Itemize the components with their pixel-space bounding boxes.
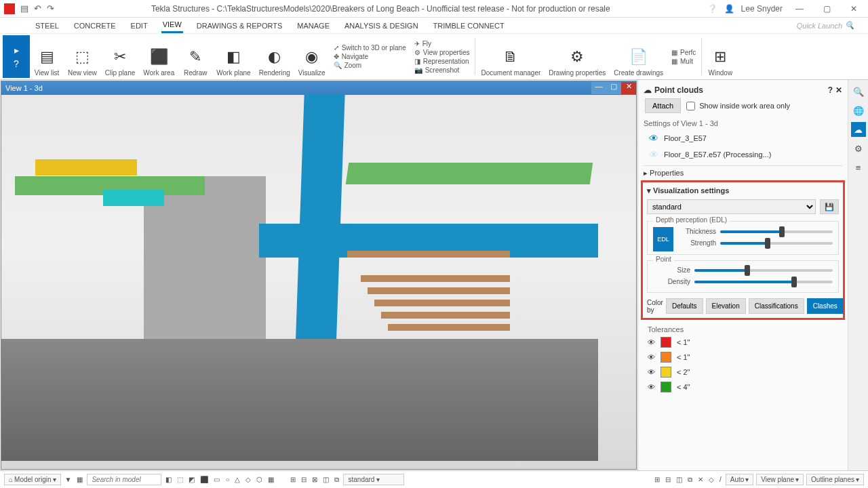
- strip-cloud-icon[interactable]: ☁: [851, 122, 866, 137]
- perfc-button[interactable]: ▦Perfc: [671, 49, 696, 56]
- edl-badge[interactable]: EDL: [653, 227, 673, 251]
- sb-icon[interactable]: ⧉: [333, 476, 340, 484]
- sb-icon[interactable]: ✕: [696, 476, 705, 483]
- sb-icon[interactable]: △: [233, 476, 241, 483]
- tab-steel[interactable]: STEEL: [34, 19, 60, 33]
- sb-icon[interactable]: /: [718, 476, 723, 483]
- sb-icon[interactable]: ▦: [75, 476, 84, 483]
- tab-manage[interactable]: MANAGE: [296, 19, 331, 33]
- sb-icon[interactable]: ▦: [267, 476, 275, 483]
- strip-search-icon[interactable]: 🔍: [851, 84, 866, 99]
- sb-icon[interactable]: ○: [224, 476, 231, 483]
- tol-row-1[interactable]: 👁< 1": [644, 350, 842, 365]
- thickness-slider[interactable]: [720, 230, 833, 233]
- sb-icon[interactable]: ⬡: [255, 476, 264, 483]
- viewport-titlebar[interactable]: View 1 - 3d ― ▢ ✕: [1, 81, 636, 95]
- minimize-button[interactable]: ―: [789, 4, 810, 14]
- create-drawings-button[interactable]: 📄Create drawings: [610, 35, 667, 78]
- maximize-button[interactable]: ▢: [816, 4, 837, 14]
- sb-icon[interactable]: ◫: [321, 476, 330, 483]
- sb-icon[interactable]: ⧉: [686, 476, 694, 484]
- file-menu[interactable]: ▸?: [3, 35, 30, 78]
- tab-analysis[interactable]: ANALYSIS & DESIGN: [343, 19, 420, 33]
- cloud-item-1[interactable]: 👁 Floor_8_E57.e57 (Processing...): [644, 146, 842, 163]
- sb-icon[interactable]: ⬚: [176, 476, 184, 483]
- sb-icon[interactable]: ◩: [187, 476, 196, 483]
- user-icon[interactable]: 👤: [724, 4, 734, 14]
- visibility-icon[interactable]: 👁: [649, 133, 658, 144]
- sb-icon[interactable]: ▭: [212, 476, 221, 483]
- colorby-elevation[interactable]: Elevation: [706, 298, 746, 314]
- quick-launch[interactable]: Quick Launch 🔍: [797, 21, 854, 30]
- sb-icon[interactable]: ⊞: [653, 476, 661, 483]
- strip-gear-icon[interactable]: ⚙: [851, 141, 866, 156]
- work-area-button[interactable]: ⬛Work area: [139, 35, 178, 78]
- tab-view[interactable]: VIEW: [161, 18, 183, 33]
- sb-icon[interactable]: ⊟: [300, 476, 308, 483]
- redraw-button[interactable]: ✎Redraw: [178, 35, 212, 78]
- tab-edit[interactable]: EDIT: [130, 19, 149, 33]
- model-canvas[interactable]: [1, 95, 636, 469]
- sb-icon[interactable]: ◫: [675, 476, 684, 483]
- cloud-item-0[interactable]: 👁 Floor_3_E57: [644, 130, 842, 146]
- window-button[interactable]: ⊞Window: [703, 35, 737, 78]
- mult-button[interactable]: ▦Mult: [671, 58, 696, 65]
- strength-slider[interactable]: [720, 242, 833, 245]
- visibility-icon[interactable]: 👁: [649, 149, 658, 160]
- help-icon[interactable]: ❔: [707, 4, 717, 14]
- viewport-3d[interactable]: View 1 - 3d ― ▢ ✕: [1, 81, 637, 470]
- standard-dropdown[interactable]: standard ▾: [343, 474, 404, 485]
- preset-select[interactable]: standard: [647, 199, 816, 214]
- document-manager-button[interactable]: 🗎Document manager: [477, 35, 545, 78]
- view-list-button[interactable]: ▤View list: [30, 35, 64, 78]
- auto-dropdown[interactable]: Auto ▾: [726, 474, 754, 485]
- clip-plane-button[interactable]: ✂Clip plane: [101, 35, 139, 78]
- show-inside-checkbox[interactable]: Show inside work area only: [686, 102, 790, 110]
- sb-icon[interactable]: ⬛: [199, 476, 210, 483]
- navigate-button[interactable]: ✥Navigate: [334, 53, 406, 60]
- viewport-minimize[interactable]: ―: [591, 82, 606, 94]
- close-button[interactable]: ✕: [844, 4, 864, 14]
- search-model-input[interactable]: [87, 474, 161, 485]
- tol-row-3[interactable]: 👁< 4": [644, 380, 842, 394]
- screenshot-button[interactable]: 📷Screenshot: [414, 66, 470, 74]
- origin-dropdown[interactable]: ⌂ Model origin ▾: [4, 474, 61, 485]
- visibility-icon[interactable]: 👁: [648, 368, 655, 376]
- strip-globe-icon[interactable]: 🌐: [851, 103, 866, 118]
- colorby-defaults[interactable]: Defaults: [666, 298, 703, 314]
- switch-3d-button[interactable]: ⤢Switch to 3D or plane: [334, 44, 406, 52]
- panel-help-icon[interactable]: ?: [828, 85, 833, 95]
- sb-icon[interactable]: ⊞: [289, 476, 297, 483]
- viewport-maximize[interactable]: ▢: [606, 82, 621, 94]
- sb-icon[interactable]: ⊟: [664, 476, 672, 483]
- density-slider[interactable]: [694, 281, 833, 283]
- visibility-icon[interactable]: 👁: [648, 383, 655, 391]
- properties-header[interactable]: ▸ Properties: [644, 165, 842, 178]
- colorby-classifications[interactable]: Classifications: [749, 298, 804, 314]
- strip-layers-icon[interactable]: ≡: [851, 160, 866, 175]
- outline-dropdown[interactable]: Outline planes ▾: [806, 474, 864, 485]
- sb-icon[interactable]: ◧: [164, 476, 173, 483]
- tab-trimble[interactable]: TRIMBLE CONNECT: [432, 19, 506, 33]
- new-view-button[interactable]: ⬚New view: [64, 35, 101, 78]
- drawing-properties-button[interactable]: ⚙Drawing properties: [545, 35, 610, 78]
- size-slider[interactable]: [694, 269, 833, 272]
- colorby-clashes[interactable]: Clashes: [807, 298, 844, 314]
- fly-button[interactable]: ✈Fly: [414, 40, 470, 47]
- tab-concrete[interactable]: CONCRETE: [73, 19, 117, 33]
- sb-icon[interactable]: ◇: [707, 476, 715, 483]
- save-preset-button[interactable]: 💾: [820, 199, 839, 214]
- visibility-icon[interactable]: 👁: [648, 353, 655, 361]
- rendering-button[interactable]: ◐Rendering: [255, 35, 294, 78]
- visibility-icon[interactable]: 👁: [648, 338, 655, 346]
- viz-header[interactable]: ▾ Visualization settings: [647, 186, 839, 195]
- tol-row-0[interactable]: 👁< 1": [644, 335, 842, 350]
- view-props-button[interactable]: ⚙View properties: [414, 49, 470, 56]
- attach-button[interactable]: Attach: [645, 98, 681, 113]
- visualize-button[interactable]: ◉Visualize: [294, 35, 330, 78]
- sb-icon[interactable]: ⊠: [311, 476, 319, 483]
- work-plane-button[interactable]: ◧Work plane: [212, 35, 254, 78]
- undo-icon[interactable]: ↶: [34, 3, 41, 14]
- filter-icon[interactable]: ▼: [64, 476, 73, 483]
- user-name[interactable]: Lee Snyder: [741, 4, 783, 14]
